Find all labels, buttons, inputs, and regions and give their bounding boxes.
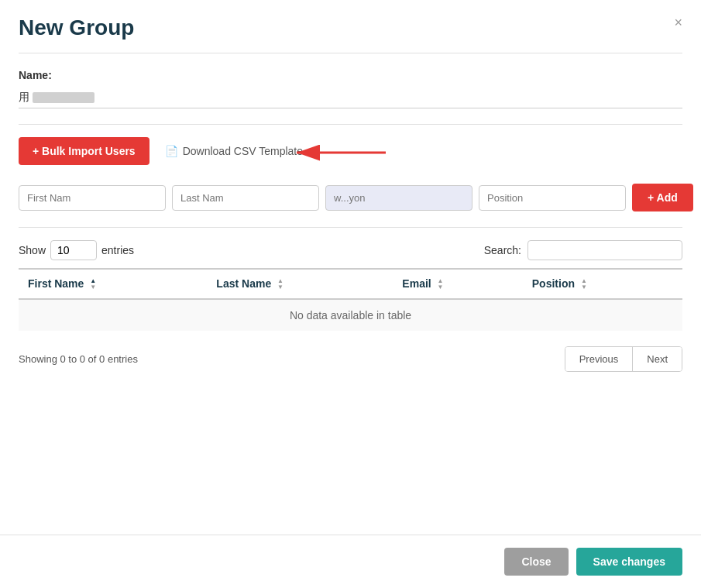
entries-count-input[interactable] bbox=[50, 240, 97, 260]
entries-label: entries bbox=[101, 244, 134, 256]
table-header-row: First Name ▲ ▼ Last Name ▲ ▼ Email bbox=[19, 269, 682, 299]
name-field-wrapper: Name: 用 bbox=[19, 69, 682, 108]
modal-header: New Group × bbox=[19, 15, 682, 53]
download-csv-area: 📄 Download CSV Template bbox=[165, 145, 303, 157]
arrow-indicator bbox=[289, 137, 390, 168]
close-icon[interactable]: × bbox=[674, 15, 682, 29]
sort-down-icon: ▼ bbox=[277, 284, 283, 291]
col-last-name[interactable]: Last Name ▲ ▼ bbox=[207, 269, 393, 299]
col-last-name-label: Last Name bbox=[216, 277, 271, 290]
search-area: Search: bbox=[484, 240, 682, 260]
show-entries-area: Show entries bbox=[19, 240, 134, 260]
col-first-name[interactable]: First Name ▲ ▼ bbox=[19, 269, 207, 299]
add-user-row: + Add bbox=[19, 184, 682, 211]
divider-2 bbox=[19, 227, 682, 228]
showing-text: Showing 0 to 0 of 0 entries bbox=[19, 353, 138, 365]
first-name-input[interactable] bbox=[19, 185, 166, 211]
name-prefix: 用 bbox=[19, 91, 29, 105]
modal-footer: Close Save changes bbox=[0, 535, 701, 588]
close-button[interactable]: Close bbox=[504, 548, 568, 576]
download-csv-label: Download CSV Template bbox=[183, 145, 303, 157]
no-data-row: No data available in table bbox=[19, 299, 682, 331]
col-first-name-label: First Name bbox=[28, 277, 84, 290]
previous-button[interactable]: Previous bbox=[565, 347, 634, 371]
sort-position: ▲ ▼ bbox=[581, 278, 587, 291]
position-input[interactable] bbox=[479, 185, 626, 211]
search-input[interactable] bbox=[527, 240, 682, 260]
pagination: Previous Next bbox=[565, 346, 682, 372]
save-button[interactable]: Save changes bbox=[576, 548, 682, 576]
download-csv-link[interactable]: 📄 Download CSV Template bbox=[165, 145, 303, 157]
divider-1 bbox=[19, 124, 682, 125]
next-button[interactable]: Next bbox=[633, 347, 682, 371]
email-input[interactable] bbox=[325, 185, 472, 211]
col-email-label: Email bbox=[402, 277, 431, 290]
show-label: Show bbox=[19, 244, 46, 256]
col-position[interactable]: Position ▲ ▼ bbox=[523, 269, 682, 299]
name-input-row: 用 bbox=[19, 88, 682, 108]
add-button[interactable]: + Add bbox=[632, 184, 693, 211]
table-footer: Showing 0 to 0 of 0 entries Previous Nex… bbox=[19, 340, 682, 372]
file-icon: 📄 bbox=[165, 145, 178, 157]
data-table: First Name ▲ ▼ Last Name ▲ ▼ Email bbox=[19, 268, 682, 331]
last-name-input[interactable] bbox=[172, 185, 319, 211]
name-blurred-value bbox=[33, 92, 94, 103]
col-position-label: Position bbox=[532, 277, 575, 290]
no-data-message: No data available in table bbox=[19, 299, 682, 331]
sort-down-icon: ▼ bbox=[581, 284, 587, 291]
sort-down-icon: ▼ bbox=[438, 284, 444, 291]
bulk-import-button[interactable]: + Bulk Import Users bbox=[19, 137, 149, 165]
search-label: Search: bbox=[484, 244, 521, 256]
modal-container: New Group × Name: 用 + Bulk Import Users … bbox=[0, 0, 701, 588]
col-email[interactable]: Email ▲ ▼ bbox=[393, 269, 522, 299]
sort-last-name: ▲ ▼ bbox=[277, 278, 283, 291]
action-row: + Bulk Import Users 📄 Download CSV Templ… bbox=[19, 137, 682, 165]
sort-down-icon: ▼ bbox=[90, 284, 96, 291]
sort-first-name: ▲ ▼ bbox=[90, 278, 96, 291]
modal-title: New Group bbox=[19, 15, 134, 40]
sort-email: ▲ ▼ bbox=[438, 278, 444, 291]
table-controls: Show entries Search: bbox=[19, 240, 682, 260]
name-label: Name: bbox=[19, 69, 682, 81]
